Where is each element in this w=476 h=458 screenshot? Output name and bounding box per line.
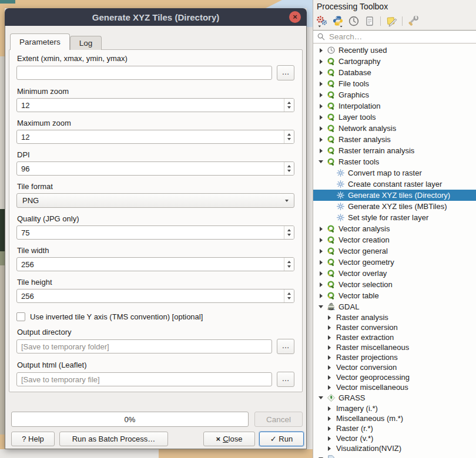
expander-collapsed-icon[interactable] (325, 426, 333, 431)
run-as-batch-button[interactable]: Run as Batch Process… (59, 432, 168, 446)
tree-item-partial[interactable] (313, 453, 476, 458)
tree-item-generate-xyz-tiles-directory[interactable]: Generate XYZ tiles (Directory) (313, 190, 476, 201)
expander-collapsed-icon[interactable] (317, 238, 325, 243)
spin-up-icon[interactable] (287, 102, 291, 104)
tree-item-imagery-i[interactable]: Imagery (i.*) (313, 403, 476, 413)
expander-collapsed-icon[interactable] (325, 416, 333, 421)
history-clock-icon[interactable] (347, 15, 360, 28)
field-tile-format[interactable]: PNG (16, 193, 294, 208)
spin-up-icon[interactable] (287, 261, 291, 263)
expander-expanded-icon[interactable] (317, 160, 325, 163)
tree-item-raster-conversion[interactable]: Raster conversion (313, 322, 476, 332)
spinner-tile-width[interactable] (284, 258, 294, 271)
field-tile-height[interactable] (16, 289, 294, 303)
tree-item-grass[interactable]: GRASS (313, 392, 476, 403)
tree-item-network-analysis[interactable]: Network analysis (313, 123, 476, 134)
tree-item-gdal[interactable]: GDALGDAL (313, 301, 476, 312)
tree-item-vector-table[interactable]: Vector table (313, 290, 476, 301)
tree-item-vector-analysis[interactable]: Vector analysis (313, 223, 476, 234)
expander-collapsed-icon[interactable] (317, 126, 325, 131)
spinner-dpi[interactable] (284, 162, 294, 175)
expander-collapsed-icon[interactable] (317, 59, 325, 64)
browse-output-directory-button[interactable]: … (277, 339, 294, 354)
expander-collapsed-icon[interactable] (317, 227, 325, 231)
spinner-maximum-zoom[interactable] (284, 130, 294, 143)
expander-collapsed-icon[interactable] (325, 325, 333, 330)
tree-item-database[interactable]: Database (313, 67, 476, 78)
tree-item-recently-used[interactable]: Recently used (313, 45, 476, 56)
expander-collapsed-icon[interactable] (325, 365, 333, 370)
expander-collapsed-icon[interactable] (317, 249, 325, 254)
expander-collapsed-icon[interactable] (325, 315, 333, 320)
spin-down-icon[interactable] (287, 234, 291, 236)
expander-collapsed-icon[interactable] (325, 436, 333, 441)
tree-item-vector-conversion[interactable]: Vector conversion (313, 362, 476, 372)
field-quality-jpg-only[interactable] (16, 225, 294, 240)
tree-item-vector-miscellaneous[interactable]: Vector miscellaneous (313, 382, 476, 392)
field-tms-convention[interactable]: Use inverted tile Y axis (TMS convention… (16, 312, 294, 321)
expander-collapsed-icon[interactable] (317, 93, 325, 97)
field-output-html[interactable] (16, 372, 272, 386)
spinner-quality-jpg-only[interactable] (284, 226, 294, 239)
tree-item-vector-selection[interactable]: Vector selection (313, 279, 476, 290)
expander-collapsed-icon[interactable] (317, 260, 325, 265)
tree-item-raster-analysis[interactable]: Raster analysis (313, 134, 476, 145)
field-output-directory[interactable] (16, 339, 272, 353)
tree-item-convert-map-to-raster[interactable]: Convert map to raster (313, 167, 476, 179)
tree-item-miscellaneous-m[interactable]: Miscellaneous (m.*) (313, 413, 476, 423)
edit-features-icon[interactable] (385, 15, 398, 28)
tree-item-create-constant-raster-layer[interactable]: Create constant raster layer (313, 179, 476, 190)
tree-item-layer-tools[interactable]: Layer tools (313, 112, 476, 123)
options-wrench-icon[interactable] (407, 15, 420, 28)
expander-collapsed-icon[interactable] (325, 335, 333, 340)
tree-item-visualization-nviz[interactable]: Visualization(NVIZ) (313, 443, 476, 453)
algorithms-gears-icon[interactable] (316, 15, 328, 28)
expander-collapsed-icon[interactable] (317, 70, 325, 75)
expander-collapsed-icon[interactable] (325, 345, 333, 350)
tree-item-vector-v[interactable]: Vector (v.*) (313, 433, 476, 443)
tree-item-set-style-for-raster-layer[interactable]: Set style for raster layer (313, 212, 476, 223)
dialog-titlebar[interactable]: Generate XYZ Tiles (Directory) × (5, 8, 307, 26)
tree-item-vector-geometry[interactable]: Vector geometry (313, 257, 476, 268)
field-dpi[interactable] (16, 161, 294, 176)
expander-collapsed-icon[interactable] (317, 104, 325, 109)
tree-item-vector-creation[interactable]: Vector creation (313, 234, 476, 245)
tree-item-raster-extraction[interactable]: Raster extraction (313, 332, 476, 342)
expander-collapsed-icon[interactable] (325, 446, 333, 451)
expander-collapsed-icon[interactable] (317, 48, 325, 53)
tree-item-interpolation[interactable]: Interpolation (313, 100, 476, 112)
tree-item-vector-geoprocessing[interactable]: Vector geoprocessing (313, 372, 476, 382)
tree-item-graphics[interactable]: Graphics (313, 89, 476, 100)
expander-expanded-icon[interactable] (317, 305, 325, 308)
close-window-icon[interactable]: × (289, 11, 301, 23)
expander-collapsed-icon[interactable] (325, 355, 333, 360)
results-viewer-icon[interactable] (363, 15, 376, 28)
spinner-minimum-zoom[interactable] (284, 99, 294, 112)
expander-collapsed-icon[interactable] (317, 271, 325, 276)
tree-item-raster-r[interactable]: Raster (r.*) (313, 423, 476, 433)
spin-up-icon[interactable] (287, 133, 291, 136)
expander-collapsed-icon[interactable] (317, 115, 325, 120)
tree-item-vector-overlay[interactable]: Vector overlay (313, 268, 476, 279)
spinner-tile-height[interactable] (284, 289, 294, 302)
tree-item-raster-tools[interactable]: Raster tools (313, 156, 476, 167)
browse-extent-button[interactable]: … (277, 65, 294, 80)
help-button[interactable]: ? Help (11, 432, 55, 446)
browse-output-html-button[interactable]: … (277, 372, 294, 387)
tree-item-raster-miscellaneous[interactable]: Raster miscellaneous (313, 342, 476, 352)
field-maximum-zoom[interactable] (16, 130, 294, 144)
expander-collapsed-icon[interactable] (317, 282, 325, 287)
spin-down-icon[interactable] (287, 297, 291, 299)
expander-collapsed-icon[interactable] (317, 294, 325, 298)
expander-collapsed-icon[interactable] (325, 406, 333, 411)
expander-collapsed-icon[interactable] (325, 385, 333, 390)
tree-item-raster-analysis[interactable]: Raster analysis (313, 312, 476, 322)
expander-collapsed-icon[interactable] (325, 375, 333, 380)
expander-collapsed-icon[interactable] (317, 137, 325, 142)
expander-collapsed-icon[interactable] (317, 82, 325, 86)
tree-item-cartography[interactable]: Cartography (313, 56, 476, 67)
spin-down-icon[interactable] (287, 265, 291, 268)
expander-expanded-icon[interactable] (317, 396, 325, 399)
python-icon[interactable] (331, 15, 344, 28)
spin-down-icon[interactable] (287, 138, 291, 140)
